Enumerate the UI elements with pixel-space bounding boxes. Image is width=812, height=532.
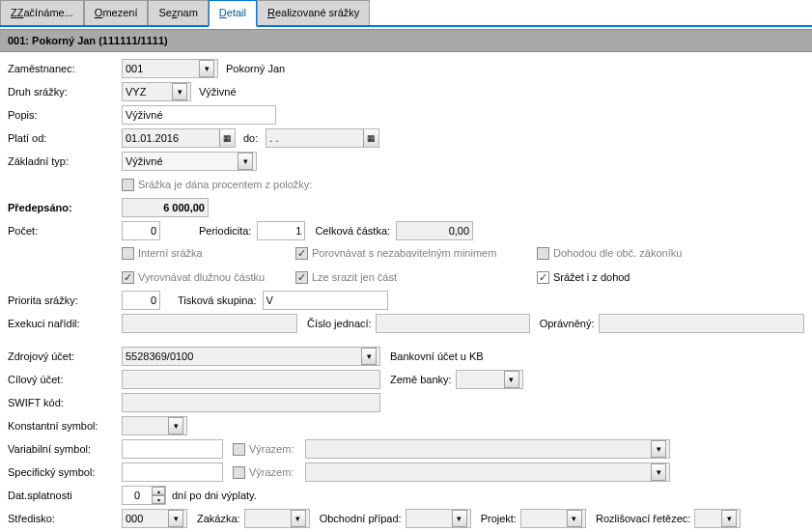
label-platiod: Platí od:: [8, 132, 122, 144]
label-zemebanky: Země banky:: [390, 374, 452, 385]
label-datspl: Dat.splatnosti: [8, 490, 122, 501]
label-varsym: Variabilní symbol:: [8, 443, 122, 455]
label-cilovy: Cílový účet:: [8, 374, 122, 385]
zamestnanec-combo[interactable]: 001 ▾: [122, 59, 218, 78]
label-dnipo: dní po dni výplaty.: [172, 490, 257, 501]
chevron-down-icon[interactable]: ▾: [567, 510, 582, 527]
label-zakladni: Základní typ:: [8, 155, 122, 167]
cislojed-input[interactable]: [376, 314, 530, 333]
checkbox-icon: ✓: [295, 271, 308, 284]
tab-zaciname[interactable]: ZZačínáme...: [0, 0, 84, 25]
check-dohodou[interactable]: Dohodou dle obč. zákoníku: [537, 247, 682, 260]
platiod-date[interactable]: 01.01.2016 ▦: [122, 128, 236, 148]
check-srazka-procentem[interactable]: Srážka je dána procentem z položky:: [122, 179, 312, 191]
tab-bar: ZZačínáme... Omezení Seznam Detail Reali…: [0, 0, 812, 27]
varsym-vyraz-combo[interactable]: ▾: [305, 439, 670, 459]
tab-seznam[interactable]: Seznam: [148, 0, 208, 25]
obchpripad-combo[interactable]: ▾: [406, 509, 471, 528]
checkbox-icon: ✓: [537, 271, 549, 284]
label-obchpripad: Obchodní případ:: [320, 513, 402, 524]
opravneny-input[interactable]: [599, 314, 804, 333]
periodicita-input[interactable]: [257, 221, 305, 240]
label-stredisko: Středisko:: [8, 513, 122, 524]
chevron-down-icon[interactable]: ▾: [238, 153, 253, 170]
calendar-icon[interactable]: ▦: [219, 129, 235, 147]
spin-up-icon[interactable]: ▴: [152, 487, 165, 495]
specsym-vyraz-combo[interactable]: ▾: [305, 462, 670, 482]
druh-combo[interactable]: VYZ ▾: [122, 82, 191, 101]
specsym-input[interactable]: [122, 462, 223, 482]
druh-name: Výživné: [199, 86, 237, 98]
zemebanky-combo[interactable]: ▾: [456, 370, 523, 389]
exekuci-input[interactable]: [122, 314, 297, 333]
checkbox-icon: [537, 247, 549, 260]
check-vyraz-var[interactable]: Výrazem:: [233, 443, 294, 456]
chevron-down-icon[interactable]: ▾: [651, 463, 666, 481]
do-date[interactable]: . . ▦: [266, 128, 379, 148]
celkova-value: [396, 221, 473, 240]
checkbox-icon: [233, 466, 245, 479]
tab-realizovane[interactable]: Realizované srážky: [257, 0, 370, 25]
check-vyraz-spec[interactable]: Výrazem:: [233, 466, 294, 479]
label-projekt: Projekt:: [481, 513, 517, 524]
tiskova-input[interactable]: [263, 291, 388, 310]
cilovy-input[interactable]: [122, 370, 380, 389]
chevron-down-icon[interactable]: ▾: [452, 510, 467, 527]
popis-input[interactable]: [122, 105, 276, 125]
label-tiskova: Tisková skupina:: [178, 294, 257, 306]
check-porovnavat[interactable]: ✓Porovnávat s nezabavitelným minimem: [295, 247, 496, 260]
label-opravneny: Oprávněný:: [540, 318, 595, 329]
zamestnanec-name: Pokorný Jan: [226, 63, 285, 74]
checkbox-icon: [122, 247, 134, 260]
zakladni-combo[interactable]: Výživné ▾: [122, 152, 257, 171]
checkbox-icon: ✓: [295, 247, 308, 260]
varsym-input[interactable]: [122, 439, 223, 459]
zdrojovy-combo[interactable]: 5528369/0100 ▾: [122, 347, 380, 366]
chevron-down-icon[interactable]: ▾: [361, 348, 377, 365]
label-cislojed: Číslo jednací:: [307, 318, 372, 329]
chevron-down-icon[interactable]: ▾: [291, 510, 306, 527]
tab-label: Začínáme...: [17, 7, 73, 18]
zakazka-combo[interactable]: ▾: [244, 509, 310, 528]
calendar-icon[interactable]: ▦: [363, 129, 378, 147]
check-vyrovnavat[interactable]: ✓Vyrovnávat dlužnou částku: [122, 271, 265, 284]
check-srazet[interactable]: ✓Srážet i z dohod: [537, 271, 630, 284]
label-popis: Popis:: [8, 109, 122, 121]
chevron-down-icon[interactable]: ▾: [168, 510, 183, 527]
swift-input[interactable]: [122, 393, 380, 412]
pocet-input[interactable]: [122, 221, 160, 240]
priorita-input[interactable]: [122, 291, 160, 310]
chevron-down-icon[interactable]: ▾: [721, 510, 737, 527]
label-periodicita: Periodicita:: [199, 225, 251, 237]
label-swift: SWIFT kód:: [8, 397, 122, 408]
label-celkova: Celková částka:: [315, 225, 390, 237]
label-zamestnanec: Zaměstnanec:: [8, 63, 122, 74]
konst-combo[interactable]: ▾: [122, 416, 187, 435]
checkbox-icon: [122, 179, 134, 191]
checkbox-icon: ✓: [122, 271, 134, 284]
chevron-down-icon[interactable]: ▾: [168, 417, 183, 434]
label-zakazka: Zakázka:: [197, 513, 240, 524]
predepsano-value: [122, 198, 209, 217]
chevron-down-icon[interactable]: ▾: [172, 83, 187, 100]
check-interni[interactable]: Interní srážka: [122, 247, 203, 260]
label-pocet: Počet:: [8, 225, 122, 237]
check-lzesrazit[interactable]: ✓Lze srazit jen část: [295, 271, 397, 284]
tab-omezeni[interactable]: Omezení: [84, 0, 149, 25]
label-predepsano: Předepsáno:: [8, 202, 122, 213]
tab-detail[interactable]: Detail: [209, 0, 257, 27]
rozlis-combo[interactable]: ▾: [694, 509, 741, 528]
label-zdrojovy: Zdrojový účet:: [8, 350, 122, 362]
chevron-down-icon[interactable]: ▾: [504, 371, 519, 388]
spin-down-icon[interactable]: ▾: [152, 495, 165, 504]
bankkb-label: Bankovní účet u KB: [390, 350, 484, 362]
label-exekuci: Exekuci nařídil:: [8, 318, 122, 329]
label-do: do:: [243, 132, 258, 144]
checkbox-icon: [233, 443, 245, 456]
projekt-combo[interactable]: ▾: [520, 509, 586, 528]
chevron-down-icon[interactable]: ▾: [199, 60, 214, 77]
panel-header: 001: Pokorný Jan (111111/1111): [0, 29, 812, 52]
datspl-spinner[interactable]: ▴ ▾: [122, 486, 166, 505]
stredisko-combo[interactable]: 000 ▾: [122, 509, 187, 528]
chevron-down-icon[interactable]: ▾: [651, 440, 666, 458]
